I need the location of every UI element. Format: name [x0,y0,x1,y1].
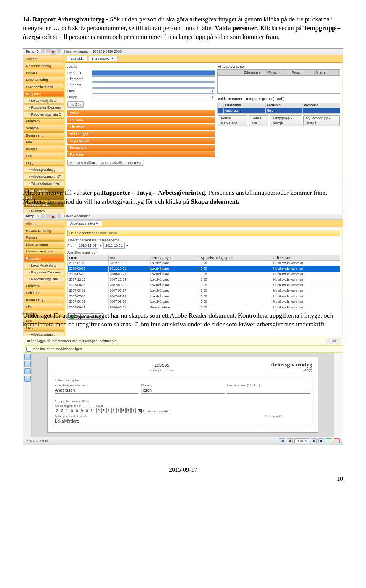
filter-bar[interactable]: Enhet [67,110,215,116]
date-range: From 2010-11-01▾ 2011-10-31▾ [67,243,340,249]
pdf-first-page-icon[interactable]: ⏮ [279,438,285,443]
sidebar-item[interactable]: » Arbetsgivarintyg [24,167,64,173]
screenshot-personurval: Temp: 0 ✕ Helen Andersson 960901-0290 20… [23,48,343,178]
filter-bar[interactable]: Befattningskod [67,131,215,137]
sidebar-item[interactable]: Löneadministratio [24,84,64,90]
input-fornamn[interactable] [92,82,215,88]
sidebar-item[interactable]: Frånvaro [24,118,64,124]
tab-startsida[interactable]: Startsida [67,56,87,61]
sidebar-item[interactable]: Frånvaro [24,283,64,289]
sidebar-item[interactable]: Lön [24,153,64,159]
form-befattning[interactable]: Lokalvårdare [55,418,262,424]
form-efternamn[interactable]: Andersson [55,387,138,394]
table-row[interactable]: 2012-01-012012-12-31Lokalvårdare0,00Hudi… [68,261,340,266]
form-fornamn[interactable]: Helen [141,387,224,394]
filter-bar[interactable]: Efternamn [67,124,215,130]
sidebar-item[interactable]: Flex [24,139,64,145]
sidebar-item[interactable]: » Rapporter Ekonomi [24,269,64,275]
table-row[interactable]: 2008-05-232008-05-23Lokalvårdare0,00Hudi… [68,272,340,277]
tab-personurval[interactable]: Personurval ✕ [89,56,118,61]
screenshot-pdf-preview: Du kan lägga till kommentarer och marker… [23,336,343,435]
search-button[interactable]: 🔍 Sök [67,101,84,108]
table-row[interactable]: 2007-08-242007-08-31Lokalvårdare0,00Hudi… [68,283,340,288]
table-row[interactable]: 2007-06-252007-06-29Lokalvårdare0,00Hudi… [68,299,340,305]
pdf-panel-icon[interactable] [24,354,30,360]
sidebar-item[interactable]: Resurshantering [24,63,64,69]
sidebar-item[interactable]: Person [24,70,64,76]
table-row[interactable]: 2010-09-012011-10-31Lokalvårdare0,00Hudi… [68,266,340,272]
sidebar-item[interactable]: » Redovisningslista D [24,111,64,117]
date-from-digits[interactable]: 20100901 [55,408,94,413]
date-from[interactable]: 2010-11-01 [77,243,98,249]
sidebar-item[interactable]: Bemanning [24,132,64,138]
save-filters-button[interactable]: Spara sökvillkor som urval [99,160,144,166]
pdf-nav-panel[interactable] [23,353,32,437]
pdf-next-page-icon[interactable]: ▶ [311,438,317,443]
tab-arbetsgivarintyg[interactable]: Arbetsgivarintyg ✕ [67,220,102,226]
action-button[interactable]: Rensa alla [249,115,268,126]
sidebar-item[interactable]: Allmänt [24,221,64,227]
sidebar-item[interactable]: Person [24,235,64,241]
sidebar-item[interactable]: Schema [24,290,64,296]
results-list[interactable] [217,76,340,94]
table-row[interactable]: 2007-12-272007-12-28Lokalvårdare0,00Hudi… [68,277,340,283]
table-row[interactable]: 2007-07-012007-07-15Lokalvårdare0,00Hudi… [68,294,340,299]
dont-show-checkbox[interactable] [26,347,31,352]
filter-bar[interactable]: Organisation [67,138,215,144]
filter-bars[interactable]: EnhetF4 KontoEfternamnBefattningskodOrga… [67,110,215,157]
table-row[interactable]: 2006-06-192006-08-31Feriearbetare0,00Hud… [68,305,340,310]
sidebar-item[interactable]: Rapporter [24,91,64,97]
input-personnr[interactable] [92,70,215,76]
still-employed-checkbox[interactable]: ✕ [138,409,142,413]
pdf-prev-page-icon[interactable]: ◀ [287,438,293,443]
action-button[interactable]: Tempgrupp - Återgå [270,115,302,126]
window-topbar: Temp: 0 ✕ Helen Andersson [23,214,343,220]
tab-strip[interactable]: Startsida Personurval ✕ [65,55,343,63]
sidebar-item[interactable]: Intyg [24,160,64,166]
input-efternamn[interactable] [92,76,215,82]
sidebar-item[interactable]: Flex [24,304,64,310]
sidebar-item[interactable]: Lönehantering [24,241,64,247]
sidebar-item[interactable]: » Rapporter Ekonomi [24,104,64,111]
form-personnummer[interactable] [227,387,310,394]
dropdown-urval[interactable] [92,88,215,94]
sidebar-item[interactable]: » Tjänstgöringsintyg [24,180,64,186]
sidebar-item[interactable]: Allmänt [24,56,64,62]
form-omfattning[interactable] [265,418,310,424]
hide-button[interactable]: Dölj [326,338,340,344]
dropdown-grupp[interactable] [92,95,215,100]
sidebar-item[interactable]: Schema [24,125,64,131]
pdf-panel-icon[interactable] [24,361,30,367]
date-to[interactable]: 2011-10-31 [103,243,125,249]
selected-table[interactable]: EfternamnFörnamnPersonnr AnderssonHelen [217,103,340,114]
sidebar-item[interactable]: » Arbetsgivarintyg-KF [24,174,64,180]
pdf-page-indicator[interactable]: 1 av 6 [294,438,309,443]
pdf-zoom-in-icon[interactable]: ＋ [326,438,332,443]
pdf-toolbar: 210 x 297 mm ⏮ ◀ 1 av 6 ▶ ⏭ ＋ － [23,437,343,445]
pdf-panel-icon[interactable] [24,368,30,374]
pdf-panel-icon[interactable] [24,376,30,382]
sidebar-item[interactable]: Rapporter [24,255,64,262]
filter-bar[interactable]: Funktion [67,151,215,157]
pdf-last-page-icon[interactable]: ⏭ [318,438,324,443]
input-anstnr[interactable] [92,64,215,69]
sidebar-item[interactable]: » Lokal Analyslista [24,98,64,104]
filter-bar[interactable]: Kompetens [67,145,215,151]
sidebar-item[interactable]: Löneadministratio [24,248,64,254]
date-to-digits[interactable]: 20111031 [96,408,136,413]
sidebar-item[interactable]: Lönehantering [24,77,64,83]
employment-periods-table[interactable]: FromTomArbetsuppgiftSysselsättningsgradA… [67,255,340,311]
toolbar-icons: ✕ [41,49,62,55]
filter-bar[interactable]: F4 Konto [67,117,215,123]
table-row[interactable]: 2007-08-062007-09-17Lokalvårdare0,00Hudi… [68,288,340,294]
clear-filters-button[interactable]: Rensa sökvillkor [67,160,98,166]
sidebar-item[interactable]: Resurshantering [24,228,64,234]
sidebar-item[interactable]: » Redovisningslista D [24,276,64,282]
sidebar-item[interactable]: Budget [24,146,64,152]
action-button[interactable]: Ny Tempgrupp - Återgå [303,115,340,126]
sidebar-item[interactable]: » Lokal Analyslista [24,262,64,268]
sidebar-item[interactable]: Bemanning [24,297,64,303]
pdf-zoom-out-icon[interactable]: － [334,438,340,443]
action-button[interactable]: Rensa markerade [218,115,247,126]
window-topbar: Temp: 0 ✕ Helen Andersson 960901-0290 20… [23,49,343,55]
